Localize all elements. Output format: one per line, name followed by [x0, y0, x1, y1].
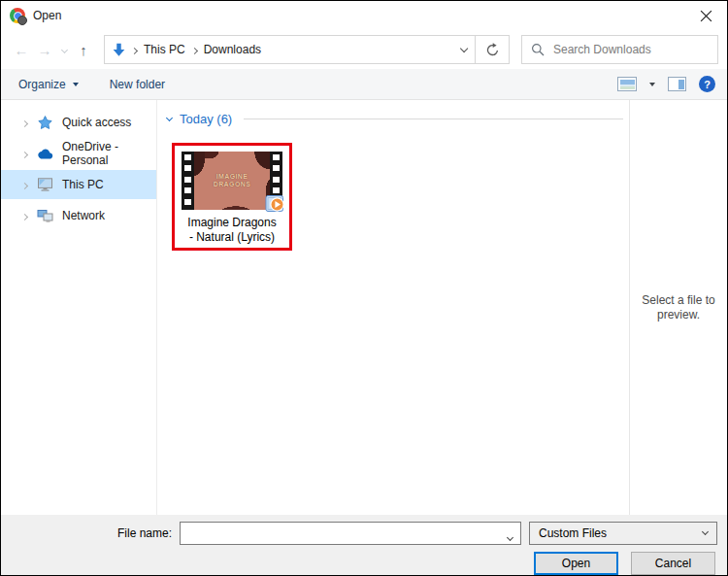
- command-bar: Organize New folder ?: [1, 69, 727, 100]
- file-list-area: Today (6) IMAGINE DRAGONS: [156, 100, 629, 515]
- expand-chevron-icon[interactable]: [22, 209, 27, 222]
- media-play-overlay-icon: [265, 193, 285, 214]
- expand-chevron-icon[interactable]: [22, 147, 27, 160]
- sidebar-item-label: Network: [62, 209, 105, 222]
- file-item-imagine-dragons[interactable]: IMAGINE DRAGONS Imagine Dragons: [182, 152, 282, 245]
- breadcrumb-chevron-icon: [192, 43, 197, 56]
- new-folder-label: New folder: [110, 78, 165, 91]
- forward-button[interactable]: →: [33, 43, 56, 57]
- navigation-bar: ← → ↑ This PC Downloads: [1, 30, 727, 69]
- preview-pane: Select a file to preview.: [629, 100, 727, 515]
- breadcrumb-this-pc[interactable]: This PC: [144, 43, 185, 56]
- search-box[interactable]: [521, 35, 718, 64]
- video-thumbnail: IMAGINE DRAGONS: [182, 152, 282, 210]
- expand-chevron-icon[interactable]: [22, 116, 27, 129]
- sidebar-item-network[interactable]: Network: [1, 201, 156, 230]
- preview-message: Select a file to preview.: [636, 293, 721, 322]
- filename-dropdown-chevron-icon[interactable]: [508, 529, 513, 543]
- computer-icon: [36, 177, 53, 192]
- sidebar-item-onedrive[interactable]: OneDrive - Personal: [1, 139, 156, 168]
- expand-chevron-icon[interactable]: [22, 178, 27, 191]
- sidebar-item-this-pc[interactable]: This PC: [1, 170, 156, 199]
- search-icon: [531, 43, 545, 56]
- recent-locations-chevron-icon[interactable]: [56, 42, 72, 55]
- search-input[interactable]: [553, 43, 709, 56]
- file-name-input[interactable]: [180, 522, 521, 545]
- file-type-value: Custom Files: [539, 526, 703, 540]
- file-name-combo: [180, 522, 521, 545]
- organize-menu-button[interactable]: Organize: [18, 78, 79, 91]
- thumbnail-artwork: IMAGINE DRAGONS: [194, 152, 270, 210]
- group-header-label: Today (6): [180, 112, 232, 126]
- help-icon[interactable]: ?: [699, 76, 715, 92]
- preview-pane-icon[interactable]: [668, 77, 686, 91]
- thumbnail-artwork-text: IMAGINE DRAGONS: [210, 173, 254, 188]
- filetype-dropdown-chevron-icon: [702, 528, 709, 535]
- group-header-line: [244, 119, 623, 119]
- view-dropdown-icon[interactable]: [649, 83, 655, 86]
- back-button[interactable]: ←: [10, 43, 33, 57]
- open-file-dialog: Open ← → ↑ This PC Downloads: [0, 0, 728, 576]
- sidebar-item-label: Quick access: [62, 116, 131, 129]
- file-name-caption: Imagine Dragons - Natural (Lyrics): [182, 216, 282, 245]
- network-icon: [36, 208, 53, 223]
- title-bar: Open: [1, 1, 727, 30]
- file-type-select[interactable]: Custom Files: [529, 522, 717, 545]
- window-title: Open: [33, 9, 61, 22]
- address-dropdown-chevron-icon[interactable]: [461, 42, 467, 55]
- file-name-label: File name:: [117, 526, 172, 540]
- star-icon: [36, 115, 53, 130]
- open-button[interactable]: Open: [534, 552, 618, 575]
- chrome-icon: [10, 8, 25, 23]
- cancel-button[interactable]: Cancel: [631, 552, 715, 575]
- onedrive-cloud-icon: [36, 146, 53, 161]
- address-bar[interactable]: This PC Downloads: [104, 35, 476, 64]
- sidebar-item-label: This PC: [62, 178, 104, 191]
- group-collapse-chevron-icon: [166, 114, 173, 120]
- breadcrumb-chevron-icon: [132, 43, 137, 56]
- refresh-button[interactable]: [476, 35, 510, 64]
- close-button[interactable]: [684, 1, 727, 30]
- file-name-line2: - Natural (Lyrics): [182, 230, 282, 245]
- group-header-today[interactable]: Today (6): [167, 112, 629, 126]
- sidebar-item-quick-access[interactable]: Quick access: [1, 108, 156, 137]
- refresh-icon: [485, 43, 500, 57]
- sidebar-item-label: OneDrive - Personal: [62, 140, 156, 167]
- breadcrumb-downloads[interactable]: Downloads: [204, 43, 261, 56]
- navigation-sidebar: Quick access OneDrive - Personal: [1, 100, 156, 515]
- up-button[interactable]: ↑: [72, 43, 95, 57]
- main-content: Quick access OneDrive - Personal: [1, 100, 727, 515]
- thumbnail-view-icon[interactable]: [617, 77, 637, 91]
- new-folder-button[interactable]: New folder: [110, 78, 165, 91]
- close-icon: [700, 10, 712, 22]
- organize-dropdown-icon: [73, 83, 79, 86]
- dialog-footer: File name: Custom Files Open Cancel: [1, 515, 727, 575]
- commandbar-right-icons: ?: [617, 76, 715, 92]
- red-annotation-box: IMAGINE DRAGONS Imagine Dragons: [172, 143, 292, 251]
- file-name-line1: Imagine Dragons: [182, 216, 282, 230]
- organize-label: Organize: [18, 78, 66, 91]
- downloads-folder-icon: [113, 43, 125, 57]
